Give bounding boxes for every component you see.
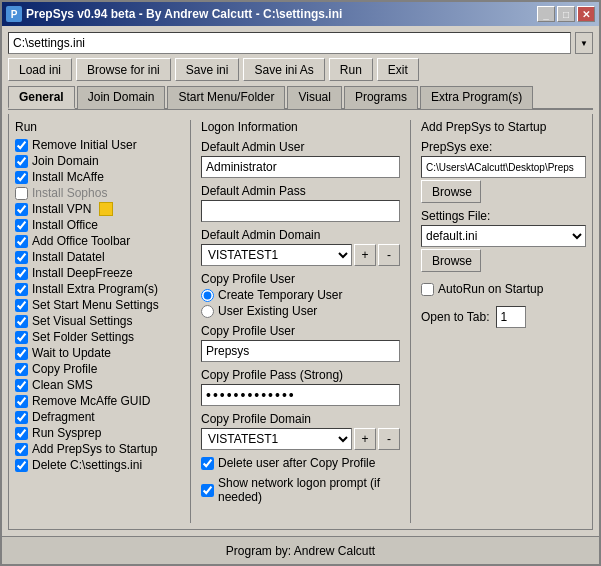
show-network-checkbox[interactable]	[201, 484, 214, 497]
autorun-checkbox[interactable]	[421, 283, 434, 296]
copy-profile-user-input[interactable]	[201, 340, 400, 362]
tab-visual[interactable]: Visual	[287, 86, 341, 109]
delete-user-checkbox[interactable]	[201, 457, 214, 470]
install-datatel-label: Install Datatel	[32, 250, 105, 264]
copy-profile-domain-remove-btn[interactable]: -	[378, 428, 400, 450]
install-mcaffe-checkbox[interactable]	[15, 171, 28, 184]
run-button[interactable]: Run	[329, 58, 373, 81]
remove-mcaffe-guid-checkbox[interactable]	[15, 395, 28, 408]
load-ini-button[interactable]: Load ini	[8, 58, 72, 81]
tab-join-domain[interactable]: Join Domain	[77, 86, 166, 109]
cb-run-sysprep: Run Sysprep	[15, 426, 180, 440]
run-sysprep-checkbox[interactable]	[15, 427, 28, 440]
save-ini-as-button[interactable]: Save ini As	[243, 58, 324, 81]
browse-for-ini-button[interactable]: Browse for ini	[76, 58, 171, 81]
install-sophos-label: Install Sophos	[32, 186, 107, 200]
tab-start-menu[interactable]: Start Menu/Folder	[167, 86, 285, 109]
run-sysprep-label: Run Sysprep	[32, 426, 101, 440]
cb-install-mcaffe: Install McAffe	[15, 170, 180, 184]
cb-start-menu: Set Start Menu Settings	[15, 298, 180, 312]
toolbar: Load ini Browse for ini Save ini Save in…	[8, 58, 593, 81]
tab-programs[interactable]: Programs	[344, 86, 418, 109]
copy-profile-domain-add-btn[interactable]: +	[354, 428, 376, 450]
cb-delete-settings: Delete C:\settings.ini	[15, 458, 180, 472]
path-dropdown[interactable]: ▼	[575, 32, 593, 54]
cb-install-datatel: Install Datatel	[15, 250, 180, 264]
settings-browse-button[interactable]: Browse	[421, 249, 481, 272]
folder-checkbox[interactable]	[15, 331, 28, 344]
cb-defragment: Defragment	[15, 410, 180, 424]
use-existing-radio-row: User Existing User	[201, 304, 400, 318]
join-domain-label: Join Domain	[32, 154, 99, 168]
add-prepsys-checkbox[interactable]	[15, 443, 28, 456]
install-extra-checkbox[interactable]	[15, 283, 28, 296]
copy-profile-pass-input[interactable]	[201, 384, 400, 406]
add-office-toolbar-label: Add Office Toolbar	[32, 234, 130, 248]
install-datatel-checkbox[interactable]	[15, 251, 28, 264]
join-domain-checkbox[interactable]	[15, 155, 28, 168]
install-mcaffe-label: Install McAffe	[32, 170, 104, 184]
settings-file-label: Settings File:	[421, 209, 586, 223]
title-buttons: _ □ ✕	[537, 6, 595, 22]
delete-settings-checkbox[interactable]	[15, 459, 28, 472]
copy-profile-checkbox[interactable]	[15, 363, 28, 376]
app-icon: P	[6, 6, 22, 22]
install-office-checkbox[interactable]	[15, 219, 28, 232]
save-ini-button[interactable]: Save ini	[175, 58, 240, 81]
admin-domain-select[interactable]: VISTATEST1	[201, 244, 352, 266]
cb-remove-mcaffe-guid: Remove McAffe GUID	[15, 394, 180, 408]
admin-domain-add-btn[interactable]: +	[354, 244, 376, 266]
cb-wait-update: Wait to Update	[15, 346, 180, 360]
prepsys-exe-input[interactable]	[421, 156, 586, 178]
tab-extra-programs[interactable]: Extra Program(s)	[420, 86, 533, 109]
cb-install-office: Install Office	[15, 218, 180, 232]
remove-initial-user-checkbox[interactable]	[15, 139, 28, 152]
opentab-label: Open to Tab:	[421, 310, 490, 324]
cb-install-vpn: Install VPN	[15, 202, 180, 216]
copy-profile-domain-select[interactable]: VISTATEST1	[201, 428, 352, 450]
minimize-button[interactable]: _	[537, 6, 555, 22]
remove-initial-user-label: Remove Initial User	[32, 138, 137, 152]
start-menu-label: Set Start Menu Settings	[32, 298, 159, 312]
use-existing-radio[interactable]	[201, 305, 214, 318]
left-panel: Run Remove Initial User Join Domain Inst…	[15, 120, 180, 523]
tab-general[interactable]: General	[8, 86, 75, 109]
copy-profile-domain-row: VISTATEST1 + -	[201, 428, 400, 450]
wait-update-checkbox[interactable]	[15, 347, 28, 360]
admin-pass-input[interactable]	[201, 200, 400, 222]
defragment-checkbox[interactable]	[15, 411, 28, 424]
right-panel: Add PrepSys to Startup PrepSys exe: Brow…	[421, 120, 586, 523]
maximize-button[interactable]: □	[557, 6, 575, 22]
install-vpn-checkbox[interactable]	[15, 203, 28, 216]
visual-checkbox[interactable]	[15, 315, 28, 328]
show-network-label: Show network logon prompt (if needed)	[218, 476, 400, 504]
start-menu-checkbox[interactable]	[15, 299, 28, 312]
autorun-row: AutoRun on Startup	[421, 282, 586, 296]
create-temp-radio[interactable]	[201, 289, 214, 302]
cb-remove-initial-user: Remove Initial User	[15, 138, 180, 152]
cb-copy-profile: Copy Profile	[15, 362, 180, 376]
copy-profile-domain-group: Copy Profile Domain VISTATEST1 + -	[201, 412, 400, 450]
admin-user-input[interactable]	[201, 156, 400, 178]
tab-bar: General Join Domain Start Menu/Folder Vi…	[8, 85, 593, 110]
opentab-input[interactable]	[496, 306, 526, 328]
install-deepfreeze-checkbox[interactable]	[15, 267, 28, 280]
admin-pass-group: Default Admin Pass	[201, 184, 400, 222]
prepsys-exe-label: PrepSys exe:	[421, 140, 586, 154]
admin-user-label: Default Admin User	[201, 140, 400, 154]
cb-add-prepsys: Add PrepSys to Startup	[15, 442, 180, 456]
clean-sms-checkbox[interactable]	[15, 379, 28, 392]
prepsys-browse-button[interactable]: Browse	[421, 180, 481, 203]
settings-file-select[interactable]: default.ini	[421, 225, 586, 247]
add-office-toolbar-checkbox[interactable]	[15, 235, 28, 248]
remove-mcaffe-guid-label: Remove McAffe GUID	[32, 394, 150, 408]
admin-domain-remove-btn[interactable]: -	[378, 244, 400, 266]
install-sophos-checkbox[interactable]	[15, 187, 28, 200]
exit-button[interactable]: Exit	[377, 58, 419, 81]
path-input[interactable]	[8, 32, 571, 54]
copy-profile-domain-label: Copy Profile Domain	[201, 412, 400, 426]
admin-domain-row: VISTATEST1 + -	[201, 244, 400, 266]
close-button[interactable]: ✕	[577, 6, 595, 22]
add-prepsys-title: Add PrepSys to Startup	[421, 120, 586, 134]
mid-panel: Logon Information Default Admin User Def…	[201, 120, 400, 523]
